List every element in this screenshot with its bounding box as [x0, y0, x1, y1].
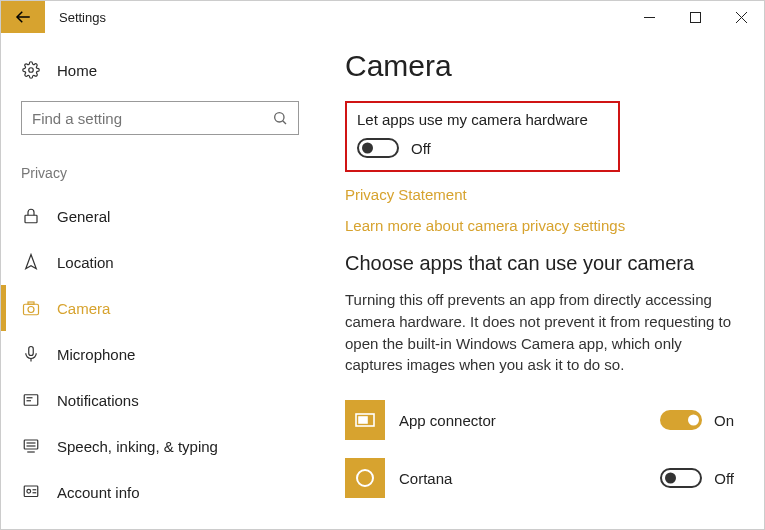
sidebar-item-location[interactable]: Location [11, 239, 331, 285]
master-toggle[interactable] [357, 138, 399, 158]
home-button[interactable]: Home [11, 53, 331, 87]
search-box[interactable] [21, 101, 299, 135]
sidebar: Home Privacy General Location Camera Mic… [1, 33, 331, 529]
svg-rect-26 [359, 417, 367, 423]
svg-point-22 [27, 489, 31, 493]
sidebar-item-speech[interactable]: Speech, inking, & typing [11, 423, 331, 469]
cortana-toggle[interactable] [660, 468, 702, 488]
notifications-icon [21, 391, 41, 409]
highlight-box: Let apps use my camera hardware Off [345, 101, 620, 172]
app-connector-icon [345, 400, 385, 440]
svg-point-10 [28, 307, 34, 313]
sidebar-item-label: Location [57, 254, 114, 271]
svg-rect-2 [690, 12, 700, 22]
learn-more-link[interactable]: Learn more about camera privacy settings [345, 217, 734, 234]
choose-apps-heading: Choose apps that can use your camera [345, 252, 734, 275]
sidebar-item-notifications[interactable]: Notifications [11, 377, 331, 423]
svg-point-27 [357, 470, 373, 486]
sidebar-item-label: Speech, inking, & typing [57, 438, 218, 455]
camera-icon [21, 299, 41, 317]
app-row-cortana: Cortana Off [345, 454, 734, 502]
titlebar: Settings [1, 1, 764, 33]
app-connector-toggle[interactable] [660, 410, 702, 430]
svg-line-7 [283, 121, 286, 124]
app-row-app-connector: App connector On [345, 396, 734, 444]
arrow-left-icon [14, 8, 32, 26]
section-label: Privacy [11, 135, 331, 193]
svg-rect-17 [24, 440, 38, 449]
maximize-icon [690, 12, 701, 23]
sidebar-item-label: General [57, 208, 110, 225]
svg-rect-9 [24, 304, 39, 315]
svg-rect-8 [25, 215, 37, 223]
app-connector-state: On [714, 412, 734, 429]
location-icon [21, 253, 41, 271]
close-icon [736, 12, 747, 23]
home-label: Home [57, 62, 97, 79]
sidebar-item-label: Microphone [57, 346, 135, 363]
master-toggle-state: Off [411, 140, 431, 157]
lock-icon [21, 207, 41, 225]
minimize-icon [644, 12, 655, 23]
maximize-button[interactable] [672, 1, 718, 33]
sidebar-item-label: Camera [57, 300, 110, 317]
sidebar-item-account[interactable]: Account info [11, 469, 331, 515]
cortana-state: Off [714, 470, 734, 487]
svg-rect-11 [28, 302, 34, 304]
window-controls [626, 1, 764, 33]
search-input[interactable] [32, 110, 272, 127]
account-icon [21, 483, 41, 501]
svg-point-5 [29, 68, 34, 73]
speech-icon [21, 437, 41, 455]
sidebar-item-label: Account info [57, 484, 140, 501]
sidebar-item-label: Notifications [57, 392, 139, 409]
window-title: Settings [59, 10, 106, 25]
svg-rect-12 [29, 347, 34, 356]
app-name: Cortana [399, 470, 660, 487]
gear-icon [21, 61, 41, 79]
main-panel: Camera Let apps use my camera hardware O… [331, 33, 764, 529]
svg-rect-14 [24, 395, 38, 406]
search-icon [272, 110, 288, 126]
page-title: Camera [345, 49, 734, 83]
sidebar-item-camera[interactable]: Camera [11, 285, 331, 331]
close-button[interactable] [718, 1, 764, 33]
app-name: App connector [399, 412, 660, 429]
cortana-icon [345, 458, 385, 498]
master-toggle-label: Let apps use my camera hardware [357, 111, 604, 128]
sidebar-item-general[interactable]: General [11, 193, 331, 239]
sidebar-item-microphone[interactable]: Microphone [11, 331, 331, 377]
microphone-icon [21, 345, 41, 363]
back-button[interactable] [1, 1, 45, 33]
choose-apps-description: Turning this off prevents an app from di… [345, 289, 734, 376]
minimize-button[interactable] [626, 1, 672, 33]
privacy-statement-link[interactable]: Privacy Statement [345, 186, 734, 203]
svg-point-6 [275, 113, 284, 122]
